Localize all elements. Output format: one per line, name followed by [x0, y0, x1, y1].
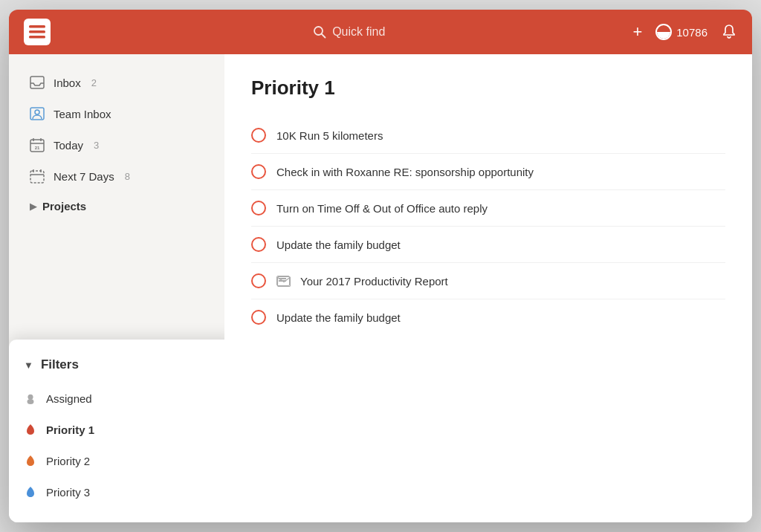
search-label: Quick find: [332, 25, 385, 39]
svg-rect-1: [29, 30, 45, 33]
filter-item-priority2[interactable]: Priority 2: [9, 445, 224, 476]
projects-chevron: ▶: [30, 201, 36, 212]
today-icon: 21: [30, 137, 45, 152]
table-row: Check in with Roxanne RE: sponsorship op…: [251, 154, 725, 190]
next7days-icon: [30, 169, 45, 184]
header: Quick find + 10786: [9, 10, 752, 54]
filter-item-priority3[interactable]: Priority 3: [9, 476, 224, 507]
filter-item-assigned[interactable]: Assigned: [9, 383, 224, 414]
today-count: 3: [94, 140, 99, 151]
notification-bell[interactable]: [721, 24, 737, 40]
add-button[interactable]: +: [632, 24, 642, 40]
filters-header[interactable]: ▼ Filters: [9, 351, 224, 383]
sidebar: Inbox 2 Team Inbox: [9, 54, 224, 522]
inbox-count: 2: [91, 77, 97, 88]
svg-rect-2: [29, 36, 45, 39]
svg-text:21: 21: [35, 146, 40, 150]
task-checkbox[interactable]: [251, 273, 266, 288]
sidebar-item-inbox[interactable]: Inbox 2: [15, 68, 218, 97]
sidebar-item-team-inbox[interactable]: Team Inbox: [15, 99, 218, 129]
table-row: Turn on Time Off & Out of Office auto re…: [251, 190, 725, 227]
priority3-icon: [25, 485, 36, 499]
filters-chevron: ▼: [24, 360, 33, 371]
filter-priority3-label: Priority 3: [46, 486, 90, 499]
email-icon: [276, 276, 290, 286]
task-checkbox[interactable]: [251, 128, 266, 143]
filter-assigned-label: Assigned: [46, 392, 92, 405]
svg-point-3: [314, 27, 323, 35]
svg-rect-5: [30, 77, 44, 88]
karma-icon: [655, 24, 672, 40]
filter-item-priority1[interactable]: Priority 1: [9, 414, 224, 445]
filters-panel: ▼ Filters Assigned: [9, 340, 224, 522]
filters-title: Filters: [41, 357, 79, 372]
karma-value: 10786: [676, 26, 707, 39]
task-text[interactable]: Update the family budget: [276, 311, 725, 324]
priority1-icon: [25, 423, 36, 436]
team-inbox-icon: [30, 106, 45, 121]
filter-priority1-label: Priority 1: [46, 424, 94, 436]
inbox-label: Inbox: [54, 77, 81, 89]
search-icon: [313, 25, 326, 39]
task-list: 10K Run 5 kilometers Check in with Roxan…: [251, 117, 725, 335]
app-logo[interactable]: [24, 19, 51, 45]
assigned-icon: [25, 392, 36, 405]
task-text[interactable]: Check in with Roxanne RE: sponsorship op…: [276, 166, 725, 178]
projects-label: Projects: [42, 200, 86, 213]
content-area: Priority 1 10K Run 5 kilometers Check in…: [224, 54, 752, 522]
svg-point-18: [27, 395, 33, 400]
inbox-icon: [30, 75, 45, 90]
table-row: Update the family budget: [251, 227, 725, 263]
svg-rect-13: [30, 171, 44, 183]
next7days-label: Next 7 Days: [54, 170, 114, 183]
task-text[interactable]: 10K Run 5 kilometers: [276, 129, 725, 142]
priority2-icon: [25, 454, 36, 467]
table-row: Update the family budget: [251, 299, 725, 335]
next7days-count: 8: [125, 171, 130, 182]
svg-point-7: [35, 110, 39, 114]
sidebar-item-next7days[interactable]: Next 7 Days 8: [15, 161, 218, 191]
projects-row[interactable]: ▶ Projects: [15, 192, 218, 220]
task-checkbox[interactable]: [251, 310, 266, 325]
header-actions: + 10786: [632, 24, 737, 40]
task-checkbox[interactable]: [251, 237, 266, 252]
task-checkbox[interactable]: [251, 201, 266, 215]
karma-badge[interactable]: 10786: [655, 24, 707, 40]
today-label: Today: [54, 139, 83, 152]
svg-line-4: [322, 34, 326, 38]
task-text[interactable]: Turn on Time Off & Out of Office auto re…: [276, 202, 725, 215]
svg-rect-0: [29, 25, 45, 28]
app-window: Quick find + 10786: [9, 10, 752, 522]
table-row: Your 2017 Productivity Report: [251, 263, 725, 299]
filter-priority2-label: Priority 2: [46, 455, 90, 467]
task-text[interactable]: Your 2017 Productivity Report: [300, 275, 725, 288]
bell-icon: [721, 24, 737, 40]
table-row: 10K Run 5 kilometers: [251, 117, 725, 154]
search-bar[interactable]: Quick find: [65, 25, 632, 39]
page-title: Priority 1: [251, 77, 725, 100]
sidebar-item-today[interactable]: 21 Today 3: [15, 130, 218, 160]
team-inbox-label: Team Inbox: [54, 108, 111, 120]
main-content: Inbox 2 Team Inbox: [9, 54, 752, 522]
svg-point-17: [27, 399, 34, 404]
task-checkbox[interactable]: [251, 164, 266, 179]
task-text[interactable]: Update the family budget: [276, 239, 725, 251]
